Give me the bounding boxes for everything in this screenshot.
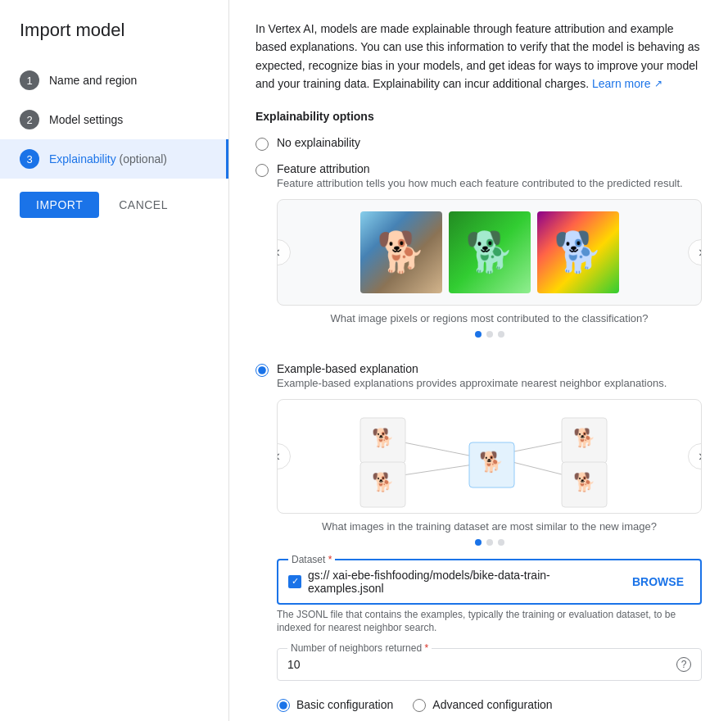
feature-attribution-carousel: ‹ › What image pixels or regions most co…: [277, 199, 702, 338]
neighbors-field-wrapper: Number of neighbors returned * 10 ?: [277, 648, 702, 681]
example-based-next-button[interactable]: ›: [688, 443, 702, 469]
example-based-carousel-wrapper: ‹ 🐕 🐕: [277, 399, 702, 514]
step-1[interactable]: 1 Name and region: [0, 61, 228, 100]
svg-text:🐕: 🐕: [371, 471, 394, 493]
feature-attribution-caption: What image pixels or regions most contri…: [277, 312, 702, 324]
neighbors-value: 10: [287, 658, 676, 671]
example-based-label: Example-based explanation: [277, 362, 702, 375]
page-title: Import model: [0, 20, 228, 61]
external-link-icon: ↗: [654, 76, 662, 92]
dataset-field-group: Dataset * gs:// xai-ebe-fishfooding/mode…: [277, 559, 702, 636]
dataset-checkbox-icon: [288, 575, 301, 588]
neighbors-field-label: Number of neighbors returned *: [287, 642, 432, 654]
dataset-field-label: Dataset *: [288, 554, 335, 565]
step-1-label: Name and region: [49, 74, 137, 87]
carousel-images: [350, 202, 629, 303]
advanced-config-radio[interactable]: [413, 699, 426, 712]
dataset-field-inner: gs:// xai-ebe-fishfooding/models/bike-da…: [278, 560, 700, 603]
example-based-option: Example-based explanation Example-based …: [255, 362, 702, 713]
example-based-dots: [277, 539, 702, 546]
import-button[interactable]: IMPORT: [20, 192, 99, 218]
example-based-radio[interactable]: [255, 364, 269, 377]
section-title: Explainability options: [255, 110, 702, 123]
ex-dot-2: [486, 539, 493, 546]
husky-image-3: [537, 211, 619, 293]
help-icon[interactable]: ?: [676, 657, 691, 672]
example-based-prev-button[interactable]: ‹: [277, 443, 291, 469]
step-2-label: Model settings: [49, 113, 123, 126]
example-based-carousel: ‹ 🐕 🐕: [277, 399, 702, 546]
main-content: In Vertex AI, models are made explainabl…: [229, 0, 728, 721]
step-3-label: Explainability (optional): [49, 152, 167, 166]
dot-1: [475, 331, 482, 338]
husky-image-2: [449, 211, 531, 293]
basic-config-option: Basic configuration: [277, 697, 393, 712]
no-explainability-label: No explainability: [277, 136, 360, 149]
ex-dot-3: [498, 539, 504, 546]
feature-attribution-prev-button[interactable]: ‹: [277, 239, 291, 265]
feature-attribution-radio[interactable]: [255, 164, 269, 177]
feature-attribution-dots: [277, 331, 702, 338]
config-row: Basic configuration Advanced configurati…: [277, 697, 702, 712]
advanced-config-label: Advanced configuration: [432, 698, 552, 711]
step-2[interactable]: 2 Model settings: [0, 100, 228, 139]
svg-text:🐕: 🐕: [371, 427, 394, 449]
browse-button[interactable]: BROWSE: [626, 572, 690, 592]
svg-text:🐕: 🐕: [572, 471, 595, 493]
no-explainability-radio[interactable]: [255, 138, 269, 151]
dataset-field-wrapper: Dataset * gs:// xai-ebe-fishfooding/mode…: [277, 559, 702, 605]
husky-image-1: [360, 211, 442, 293]
step-3-number: 3: [20, 149, 39, 169]
no-explainability-option: No explainability: [255, 136, 702, 151]
feature-attribution-carousel-wrapper: ‹ ›: [277, 199, 702, 306]
feature-attribution-label: Feature attribution: [277, 162, 702, 175]
feature-attribution-desc: Feature attribution tells you how much e…: [277, 177, 702, 189]
dot-3: [498, 331, 504, 338]
example-based-caption: What images in the training dataset are …: [277, 520, 702, 533]
dot-2: [486, 331, 493, 338]
example-based-desc: Example-based explanations provides appr…: [277, 377, 702, 389]
step-2-number: 2: [20, 110, 39, 129]
feature-attribution-next-button[interactable]: ›: [688, 239, 702, 265]
basic-config-radio[interactable]: [277, 699, 290, 712]
advanced-config-option: Advanced configuration: [413, 697, 552, 712]
ex-dot-1: [475, 539, 482, 546]
step-3[interactable]: 3 Explainability (optional): [0, 139, 228, 179]
svg-text:🐕: 🐕: [479, 450, 504, 474]
step-1-number: 1: [20, 70, 39, 90]
sidebar: Import model 1 Name and region 2 Model s…: [0, 0, 229, 721]
dataset-value: gs:// xai-ebe-fishfooding/models/bike-da…: [308, 569, 619, 595]
dataset-hint: The JSONL file that contains the example…: [277, 608, 702, 636]
feature-attribution-option: Feature attribution Feature attribution …: [255, 162, 702, 351]
intro-paragraph: In Vertex AI, models are made explainabl…: [255, 20, 702, 93]
svg-text:🐕: 🐕: [572, 427, 595, 449]
cancel-button[interactable]: CANCEL: [109, 192, 178, 218]
basic-config-label: Basic configuration: [296, 698, 393, 711]
learn-more-link[interactable]: Learn more ↗: [592, 75, 662, 93]
action-buttons: IMPORT CANCEL: [0, 179, 228, 231]
example-illustration-svg: 🐕 🐕 🐕 🐕 🐕: [326, 403, 653, 510]
